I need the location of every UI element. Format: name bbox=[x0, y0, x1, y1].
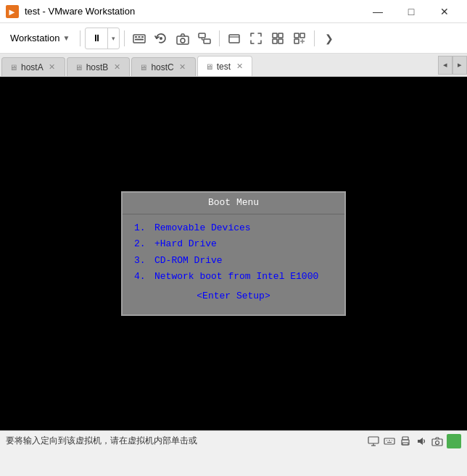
svg-rect-4 bbox=[139, 36, 141, 38]
boot-item-1-text: Removable Devices bbox=[154, 220, 251, 236]
revert-snapshot-button[interactable] bbox=[151, 28, 171, 49]
svg-rect-19 bbox=[278, 39, 283, 43]
boot-item-2-text: +Hard Drive bbox=[154, 236, 217, 252]
tab-hostC-icon: 🖥 bbox=[139, 63, 147, 72]
svg-rect-18 bbox=[273, 39, 277, 43]
tab-test-label: test bbox=[217, 62, 231, 72]
normal-view-button[interactable] bbox=[224, 28, 244, 49]
snapshot-manager-button[interactable] bbox=[194, 28, 215, 49]
svg-rect-20 bbox=[294, 33, 299, 38]
status-bar: 要将输入定向到该虚拟机，请在虚拟机内部单击或 bbox=[0, 430, 467, 451]
window-title: test - VMware Workstation bbox=[25, 6, 361, 17]
boot-item-2-num: 2. bbox=[134, 236, 149, 252]
workstation-label: Workstation bbox=[10, 33, 59, 43]
tab-hostA-icon: 🖥 bbox=[9, 63, 17, 72]
minimize-button[interactable]: — bbox=[361, 0, 394, 23]
svg-rect-34 bbox=[402, 437, 408, 440]
tabs-bar: 🖥 hostA ✕ 🖥 hostB ✕ 🖥 hostC ✕ 🖥 test ✕ ◂… bbox=[0, 54, 467, 77]
status-icons bbox=[367, 434, 461, 448]
toolbar-separator-3 bbox=[219, 30, 220, 46]
snapshot-button[interactable] bbox=[173, 28, 193, 49]
svg-rect-6 bbox=[135, 38, 144, 40]
toolbar-separator-1 bbox=[80, 30, 80, 46]
tab-hostB[interactable]: 🖥 hostB ✕ bbox=[67, 57, 131, 76]
nav-right-button[interactable]: ❯ bbox=[319, 28, 339, 49]
svg-rect-16 bbox=[273, 33, 277, 38]
boot-menu-items: 1. Removable Devices 2. +Hard Drive 3. C… bbox=[123, 214, 344, 314]
workstation-dropdown-arrow: ▼ bbox=[62, 34, 70, 42]
status-printer-icon[interactable] bbox=[399, 435, 412, 448]
status-monitor-icon[interactable] bbox=[367, 435, 380, 448]
unity-view-button[interactable] bbox=[268, 28, 288, 49]
svg-text:►: ► bbox=[7, 7, 17, 17]
svg-rect-21 bbox=[300, 33, 305, 38]
status-sound-icon[interactable] bbox=[415, 435, 428, 448]
tab-hostB-label: hostB bbox=[86, 62, 109, 72]
vm-display[interactable]: Boot Menu 1. Removable Devices 2. +Hard … bbox=[0, 77, 467, 430]
tab-hostC[interactable]: 🖥 hostC ✕ bbox=[131, 57, 195, 76]
toolbar-separator-4 bbox=[314, 30, 315, 46]
status-text: 要将输入定向到该虚拟机，请在虚拟机内部单击或 bbox=[6, 435, 361, 447]
toolbar-separator-2 bbox=[124, 30, 125, 46]
svg-marker-36 bbox=[418, 438, 423, 445]
tabs-navigation: ◂ ▸ bbox=[438, 54, 467, 76]
pause-button[interactable]: ⏸ bbox=[86, 28, 107, 49]
boot-item-3-num: 3. bbox=[134, 253, 149, 269]
boot-menu-enter-setup[interactable]: <Enter Setup> bbox=[134, 291, 333, 306]
pause-icon: ⏸ bbox=[92, 33, 102, 43]
status-keyboard-icon[interactable] bbox=[383, 435, 396, 448]
svg-rect-3 bbox=[135, 36, 137, 38]
tab-hostA-label: hostA bbox=[21, 62, 44, 72]
svg-point-38 bbox=[436, 440, 439, 444]
maximize-button[interactable]: □ bbox=[394, 0, 428, 23]
tab-test[interactable]: 🖥 test ✕ bbox=[197, 56, 252, 76]
keyboard-icon bbox=[132, 31, 146, 46]
tab-test-close[interactable]: ✕ bbox=[234, 62, 244, 72]
unity-toggle-button[interactable] bbox=[289, 28, 310, 49]
boot-menu-item-1[interactable]: 1. Removable Devices bbox=[134, 220, 333, 236]
boot-menu-item-4[interactable]: 4. Network boot from Intel E1000 bbox=[134, 269, 333, 285]
svg-rect-35 bbox=[402, 443, 408, 445]
svg-rect-22 bbox=[294, 39, 299, 43]
svg-rect-25 bbox=[368, 437, 379, 443]
close-button[interactable]: ✕ bbox=[428, 0, 461, 23]
full-screen-button[interactable] bbox=[246, 28, 266, 49]
pause-dropdown-button[interactable]: ▾ bbox=[107, 28, 119, 49]
normal-view-icon bbox=[227, 31, 241, 46]
unity-icon bbox=[270, 31, 285, 46]
tabs-nav-right-button[interactable]: ▸ bbox=[452, 56, 467, 75]
svg-rect-10 bbox=[199, 33, 205, 38]
svg-point-7 bbox=[160, 37, 162, 40]
tabs-nav-left-button[interactable]: ◂ bbox=[438, 56, 452, 75]
svg-rect-28 bbox=[384, 438, 394, 444]
send-ctrlaltdel-button[interactable] bbox=[129, 28, 149, 49]
tab-hostA[interactable]: 🖥 hostA ✕ bbox=[1, 57, 65, 76]
boot-item-1-num: 1. bbox=[134, 220, 149, 236]
tab-test-icon: 🖥 bbox=[205, 62, 213, 71]
boot-item-3-text: CD-ROM Drive bbox=[154, 253, 223, 269]
nav-right-icon: ❯ bbox=[325, 33, 334, 44]
pause-dropdown-group[interactable]: ⏸ ▾ bbox=[85, 28, 120, 49]
tab-hostA-close[interactable]: ✕ bbox=[47, 62, 57, 72]
revert-icon bbox=[154, 31, 168, 46]
vmware-logo-icon: ► bbox=[6, 5, 19, 18]
workstation-menu-button[interactable]: Workstation ▼ bbox=[4, 28, 75, 49]
window-controls: — □ ✕ bbox=[361, 0, 461, 23]
boot-menu-dialog: Boot Menu 1. Removable Devices 2. +Hard … bbox=[121, 191, 346, 315]
toolbar: Workstation ▼ ⏸ ▾ bbox=[0, 23, 467, 54]
boot-item-4-text: Network boot from Intel E1000 bbox=[154, 269, 318, 285]
boot-menu-title: Boot Menu bbox=[123, 193, 344, 214]
boot-menu-item-2[interactable]: 2. +Hard Drive bbox=[134, 236, 333, 252]
tab-hostC-label: hostC bbox=[151, 62, 173, 72]
boot-item-4-num: 4. bbox=[134, 269, 149, 285]
title-bar: ► test - VMware Workstation — □ ✕ bbox=[0, 0, 467, 23]
svg-rect-11 bbox=[204, 39, 210, 43]
tab-hostB-close[interactable]: ✕ bbox=[112, 62, 122, 72]
svg-rect-17 bbox=[278, 33, 283, 38]
svg-point-9 bbox=[181, 38, 185, 43]
tab-hostC-close[interactable]: ✕ bbox=[178, 62, 188, 72]
pause-dropdown-arrow-icon: ▾ bbox=[112, 35, 115, 42]
unity-toggle-icon bbox=[292, 31, 307, 46]
boot-menu-item-3[interactable]: 3. CD-ROM Drive bbox=[134, 253, 333, 269]
status-camera-icon[interactable] bbox=[431, 435, 444, 448]
